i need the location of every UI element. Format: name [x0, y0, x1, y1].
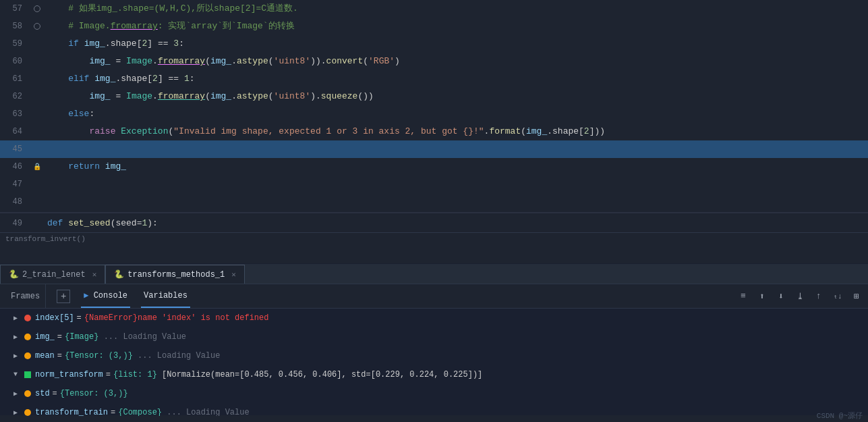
paren5: ): [395, 56, 400, 66]
yellow-dot-transform-train: [24, 409, 31, 416]
eq-index: =: [77, 313, 82, 323]
or-text: or: [337, 126, 347, 136]
dot3: .: [231, 56, 237, 66]
separator: [0, 212, 868, 213]
num3: 3: [173, 38, 179, 49]
code-line-58[interactable]: 58 # Image.fromarray: 实现`array`到`Image`的…: [0, 18, 868, 35]
tab-variables[interactable]: Variables: [141, 284, 190, 308]
code-line-59[interactable]: 59 if img_.shape[2] == 3:: [0, 35, 868, 53]
comment-58: # Image.fromarray: 实现`array`到`Image`的转换: [47, 21, 295, 31]
code-line-45[interactable]: 45: [0, 140, 868, 158]
code-line-61[interactable]: 61 elif img_.shape[2] == 1:: [0, 70, 868, 88]
dot8: .shape[: [547, 126, 584, 136]
debug-item-norm[interactable]: norm_transform = {list: 1} [Normalize(me…: [0, 365, 868, 384]
yellow-dot-std: [24, 390, 31, 397]
up-icon[interactable]: ↑: [813, 290, 825, 302]
line-content-46: return img_: [44, 158, 868, 176]
var-img4: img_: [94, 74, 115, 84]
code-line-46[interactable]: 46 🔒 return img_: [0, 158, 868, 176]
astype1: astype: [237, 56, 268, 66]
paren9: ()): [357, 91, 373, 101]
paren8: ).: [310, 91, 321, 101]
line-num-45: 45: [0, 144, 30, 154]
paren12: ])): [589, 126, 605, 136]
frames-label: Frames: [5, 284, 46, 308]
expand-index[interactable]: [13, 314, 24, 322]
str-invalid: "Invalid img shape, expected 1 or 3 in a…: [173, 126, 484, 136]
tab-close-1[interactable]: ✕: [92, 270, 97, 279]
multi-download-icon[interactable]: ⤓: [794, 290, 806, 302]
expand-transform-train[interactable]: [13, 408, 24, 417]
breadcrumb-text: transform_invert(): [5, 235, 86, 243]
squeeze1: squeeze: [321, 91, 358, 101]
tab-transforms-methods[interactable]: 🐍 transforms_methods_1 ✕: [105, 265, 245, 284]
def-line[interactable]: 49 def set_seed(seed=1):: [0, 215, 868, 232]
paren7: (: [268, 91, 274, 101]
paren6: (: [205, 91, 210, 101]
expand-norm[interactable]: [13, 371, 24, 378]
expand-std[interactable]: [13, 390, 24, 398]
var-value-norm: [Normalize(mean=[0.485, 0.456, 0.406], s…: [157, 370, 482, 379]
up-arrow-icon[interactable]: ⬆: [756, 290, 768, 302]
gutter-hollow-57: [34, 5, 40, 12]
debug-item-std[interactable]: std = {Tensor: (3,)}: [0, 384, 868, 403]
add-frame-button[interactable]: +: [57, 290, 70, 303]
num5: 1: [184, 74, 190, 84]
colon1: :: [179, 38, 184, 49]
gutter-46: 🔒: [30, 163, 44, 170]
var-loading-mean: ... Loading Value: [133, 351, 221, 361]
line-num-61: 61: [0, 74, 30, 84]
code-line-60[interactable]: 60 img_ = Image.fromarray(img_.astype('u…: [0, 53, 868, 70]
green-bar-norm: [24, 371, 31, 378]
dot1: .shape[: [105, 38, 142, 49]
var-type-norm: {list: 1}: [113, 370, 157, 379]
list-icon[interactable]: ≡: [737, 290, 749, 302]
cls-image2: Image: [126, 91, 152, 101]
var-name-index: index[5]: [35, 313, 74, 323]
table-icon[interactable]: ⊞: [850, 290, 863, 302]
code-line-57[interactable]: 57 # 如果img_.shape=(W,H,C),所以shape[2]=C通道…: [0, 0, 868, 18]
debug-item-index[interactable]: index[5] = {NameError}name 'index' is no…: [0, 309, 868, 327]
eq-norm: =: [106, 370, 111, 379]
code-line-62[interactable]: 62 img_ = Image.fromarray(img_.astype('u…: [0, 88, 868, 105]
debug-item-transform-train[interactable]: transform_train = {Compose} ... Loading …: [0, 403, 868, 416]
code-line-64[interactable]: 64 raise Exception("Invalid img shape, e…: [0, 123, 868, 140]
tab-console[interactable]: ▶ Console: [81, 284, 130, 308]
line-num-def: 49: [0, 219, 30, 228]
line-num-60: 60: [0, 57, 30, 66]
line-content-64: raise Exception("Invalid img shape, expe…: [44, 123, 868, 140]
expand-mean[interactable]: [13, 352, 24, 360]
frames-text: Frames: [11, 292, 40, 301]
step-icon[interactable]: ₜ↓: [832, 290, 844, 302]
fromarray2: fromarray: [158, 91, 205, 101]
paren-seed2: ):: [147, 218, 158, 228]
console-tab-label: Console: [94, 291, 127, 300]
tab-2-train-lenet[interactable]: 🐍 2_train_lenet ✕: [0, 265, 105, 284]
br1: ] ==: [147, 38, 168, 49]
code-line-47[interactable]: 47: [0, 176, 868, 193]
debug-variables-list: index[5] = {NameError}name 'index' is no…: [0, 309, 868, 416]
var-name-transform-train: transform_train: [35, 408, 108, 417]
var-img5: img_: [89, 91, 110, 101]
code-line-48[interactable]: 48: [0, 193, 868, 211]
toolbar-icons: ≡ ⬆ ⬇ ⤓ ↑ ₜ↓ ⊞: [737, 290, 863, 302]
paren11: (: [521, 126, 526, 136]
comment-57: # 如果img_.shape=(W,H,C),所以shape[2]=C通道数.: [47, 3, 298, 14]
var-img6: img_: [210, 91, 231, 101]
debug-item-img[interactable]: img_ = {Image} ... Loading Value: [0, 327, 868, 346]
tabs-bar: 🐍 2_train_lenet ✕ 🐍 transforms_methods_1…: [0, 263, 868, 284]
var-img3: img_: [210, 56, 231, 66]
paren-seed: (seed=: [111, 218, 142, 228]
paren3: )).: [310, 56, 326, 66]
var-name-std: std: [35, 389, 50, 398]
line-content-def: def set_seed(seed=1):: [44, 215, 868, 232]
code-line-63[interactable]: 63 else:: [0, 105, 868, 123]
debug-item-mean[interactable]: mean = {Tensor: (3,)} ... Loading Value: [0, 346, 868, 365]
br2: ] ==: [158, 74, 179, 84]
var-name-norm: norm_transform: [35, 370, 103, 379]
expand-img[interactable]: [13, 333, 24, 341]
download-icon[interactable]: ⬇: [775, 290, 787, 302]
var-img7: img_: [526, 126, 547, 136]
tab-close-2[interactable]: ✕: [231, 270, 236, 279]
var-loading-img: ... Loading Value: [98, 332, 186, 342]
